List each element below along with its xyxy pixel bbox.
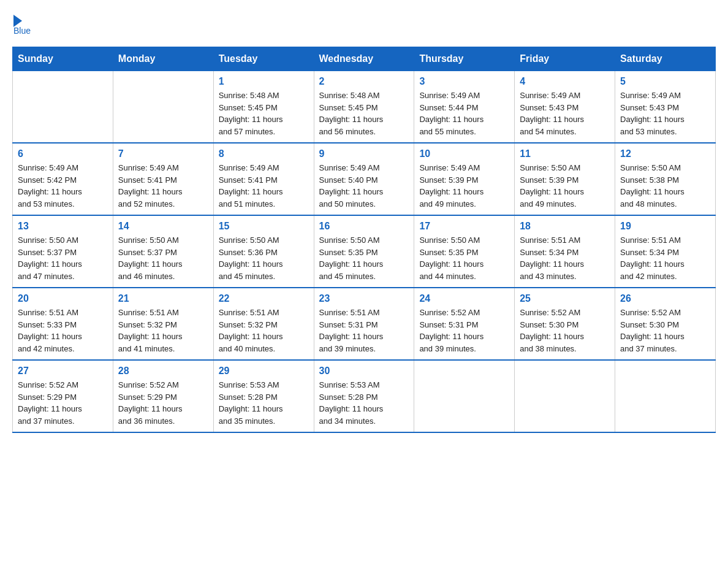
day-number: 13 (18, 221, 108, 232)
day-info: Sunrise: 5:49 AM Sunset: 5:43 PM Dayligh… (620, 90, 710, 137)
day-number: 25 (520, 293, 610, 304)
calendar-cell: 10Sunrise: 5:49 AM Sunset: 5:39 PM Dayli… (414, 143, 515, 215)
day-info: Sunrise: 5:51 AM Sunset: 5:31 PM Dayligh… (319, 307, 409, 354)
day-info: Sunrise: 5:53 AM Sunset: 5:28 PM Dayligh… (319, 379, 409, 427)
calendar-cell: 18Sunrise: 5:51 AM Sunset: 5:34 PM Dayli… (515, 215, 615, 288)
day-info: Sunrise: 5:52 AM Sunset: 5:30 PM Dayligh… (620, 307, 710, 354)
weekday-header-wednesday: Wednesday (314, 47, 414, 71)
calendar-cell: 4Sunrise: 5:49 AM Sunset: 5:43 PM Daylig… (515, 71, 615, 144)
day-number: 24 (419, 293, 509, 304)
calendar-cell: 22Sunrise: 5:51 AM Sunset: 5:32 PM Dayli… (213, 288, 314, 360)
day-info: Sunrise: 5:49 AM Sunset: 5:44 PM Dayligh… (419, 90, 509, 137)
day-info: Sunrise: 5:51 AM Sunset: 5:33 PM Dayligh… (18, 307, 108, 354)
day-number: 20 (18, 293, 108, 304)
day-number: 30 (319, 366, 409, 377)
day-info: Sunrise: 5:50 AM Sunset: 5:38 PM Dayligh… (620, 162, 710, 210)
day-info: Sunrise: 5:48 AM Sunset: 5:45 PM Dayligh… (219, 90, 309, 137)
calendar-cell (615, 360, 716, 432)
logo-triangle-icon (13, 15, 22, 27)
day-number: 3 (419, 76, 509, 87)
day-info: Sunrise: 5:49 AM Sunset: 5:40 PM Dayligh… (319, 162, 409, 210)
calendar-cell: 21Sunrise: 5:51 AM Sunset: 5:32 PM Dayli… (113, 288, 213, 360)
calendar-cell: 19Sunrise: 5:51 AM Sunset: 5:34 PM Dayli… (615, 215, 716, 288)
calendar-cell: 8Sunrise: 5:49 AM Sunset: 5:41 PM Daylig… (213, 143, 314, 215)
calendar-cell: 6Sunrise: 5:49 AM Sunset: 5:42 PM Daylig… (13, 143, 113, 215)
day-info: Sunrise: 5:49 AM Sunset: 5:39 PM Dayligh… (419, 162, 509, 210)
day-number: 12 (620, 148, 710, 159)
weekday-header-thursday: Thursday (414, 47, 515, 71)
logo-subtitle: Blue (13, 26, 31, 36)
day-number: 26 (620, 293, 710, 304)
day-number: 15 (219, 221, 309, 232)
day-number: 21 (118, 293, 208, 304)
calendar-week-row: 27Sunrise: 5:52 AM Sunset: 5:29 PM Dayli… (13, 360, 716, 432)
day-info: Sunrise: 5:53 AM Sunset: 5:28 PM Dayligh… (219, 379, 309, 427)
day-info: Sunrise: 5:52 AM Sunset: 5:29 PM Dayligh… (18, 379, 108, 427)
day-info: Sunrise: 5:50 AM Sunset: 5:37 PM Dayligh… (118, 234, 208, 282)
weekday-header-monday: Monday (113, 47, 213, 71)
calendar-cell: 23Sunrise: 5:51 AM Sunset: 5:31 PM Dayli… (314, 288, 414, 360)
day-info: Sunrise: 5:51 AM Sunset: 5:32 PM Dayligh… (219, 307, 309, 354)
calendar-cell: 5Sunrise: 5:49 AM Sunset: 5:43 PM Daylig… (615, 71, 716, 144)
day-number: 10 (419, 148, 509, 159)
calendar-week-row: 13Sunrise: 5:50 AM Sunset: 5:37 PM Dayli… (13, 215, 716, 288)
logo: Blue (12, 12, 31, 36)
calendar-cell: 28Sunrise: 5:52 AM Sunset: 5:29 PM Dayli… (113, 360, 213, 432)
calendar-cell: 3Sunrise: 5:49 AM Sunset: 5:44 PM Daylig… (414, 71, 515, 144)
day-number: 28 (118, 366, 208, 377)
day-number: 19 (620, 221, 710, 232)
calendar-cell: 26Sunrise: 5:52 AM Sunset: 5:30 PM Dayli… (615, 288, 716, 360)
calendar-cell (113, 71, 213, 144)
day-info: Sunrise: 5:52 AM Sunset: 5:29 PM Dayligh… (118, 379, 208, 427)
day-info: Sunrise: 5:49 AM Sunset: 5:42 PM Dayligh… (18, 162, 108, 210)
day-number: 7 (118, 148, 208, 159)
calendar-cell: 17Sunrise: 5:50 AM Sunset: 5:35 PM Dayli… (414, 215, 515, 288)
day-number: 5 (620, 76, 710, 87)
calendar-cell: 30Sunrise: 5:53 AM Sunset: 5:28 PM Dayli… (314, 360, 414, 432)
day-info: Sunrise: 5:50 AM Sunset: 5:35 PM Dayligh… (419, 234, 509, 282)
day-number: 27 (18, 366, 108, 377)
weekday-header-sunday: Sunday (13, 47, 113, 71)
day-info: Sunrise: 5:49 AM Sunset: 5:43 PM Dayligh… (520, 90, 610, 137)
day-info: Sunrise: 5:49 AM Sunset: 5:41 PM Dayligh… (219, 162, 309, 210)
calendar-cell: 25Sunrise: 5:52 AM Sunset: 5:30 PM Dayli… (515, 288, 615, 360)
calendar-cell (414, 360, 515, 432)
day-number: 6 (18, 148, 108, 159)
day-number: 1 (219, 76, 309, 87)
calendar-cell: 2Sunrise: 5:48 AM Sunset: 5:45 PM Daylig… (314, 71, 414, 144)
calendar-cell: 24Sunrise: 5:52 AM Sunset: 5:31 PM Dayli… (414, 288, 515, 360)
day-number: 8 (219, 148, 309, 159)
calendar-cell: 7Sunrise: 5:49 AM Sunset: 5:41 PM Daylig… (113, 143, 213, 215)
day-info: Sunrise: 5:52 AM Sunset: 5:30 PM Dayligh… (520, 307, 610, 354)
calendar-cell: 29Sunrise: 5:53 AM Sunset: 5:28 PM Dayli… (213, 360, 314, 432)
calendar-cell: 14Sunrise: 5:50 AM Sunset: 5:37 PM Dayli… (113, 215, 213, 288)
calendar-week-row: 6Sunrise: 5:49 AM Sunset: 5:42 PM Daylig… (13, 143, 716, 215)
calendar-cell: 13Sunrise: 5:50 AM Sunset: 5:37 PM Dayli… (13, 215, 113, 288)
day-number: 17 (419, 221, 509, 232)
calendar-cell: 9Sunrise: 5:49 AM Sunset: 5:40 PM Daylig… (314, 143, 414, 215)
day-info: Sunrise: 5:49 AM Sunset: 5:41 PM Dayligh… (118, 162, 208, 210)
page-header: Blue (12, 12, 716, 36)
day-info: Sunrise: 5:48 AM Sunset: 5:45 PM Dayligh… (319, 90, 409, 137)
day-number: 16 (319, 221, 409, 232)
calendar-week-row: 1Sunrise: 5:48 AM Sunset: 5:45 PM Daylig… (13, 71, 716, 144)
day-number: 14 (118, 221, 208, 232)
weekday-header-saturday: Saturday (615, 47, 716, 71)
calendar-cell: 1Sunrise: 5:48 AM Sunset: 5:45 PM Daylig… (213, 71, 314, 144)
day-number: 11 (520, 148, 610, 159)
day-number: 18 (520, 221, 610, 232)
day-info: Sunrise: 5:50 AM Sunset: 5:37 PM Dayligh… (18, 234, 108, 282)
day-info: Sunrise: 5:52 AM Sunset: 5:31 PM Dayligh… (419, 307, 509, 354)
calendar-cell (13, 71, 113, 144)
calendar-header-row: SundayMondayTuesdayWednesdayThursdayFrid… (13, 47, 716, 71)
calendar-table: SundayMondayTuesdayWednesdayThursdayFrid… (12, 47, 716, 433)
day-info: Sunrise: 5:50 AM Sunset: 5:39 PM Dayligh… (520, 162, 610, 210)
day-number: 23 (319, 293, 409, 304)
day-info: Sunrise: 5:51 AM Sunset: 5:32 PM Dayligh… (118, 307, 208, 354)
day-number: 22 (219, 293, 309, 304)
calendar-cell (515, 360, 615, 432)
calendar-cell: 16Sunrise: 5:50 AM Sunset: 5:35 PM Dayli… (314, 215, 414, 288)
calendar-cell: 20Sunrise: 5:51 AM Sunset: 5:33 PM Dayli… (13, 288, 113, 360)
day-info: Sunrise: 5:51 AM Sunset: 5:34 PM Dayligh… (520, 234, 610, 282)
weekday-header-friday: Friday (515, 47, 615, 71)
